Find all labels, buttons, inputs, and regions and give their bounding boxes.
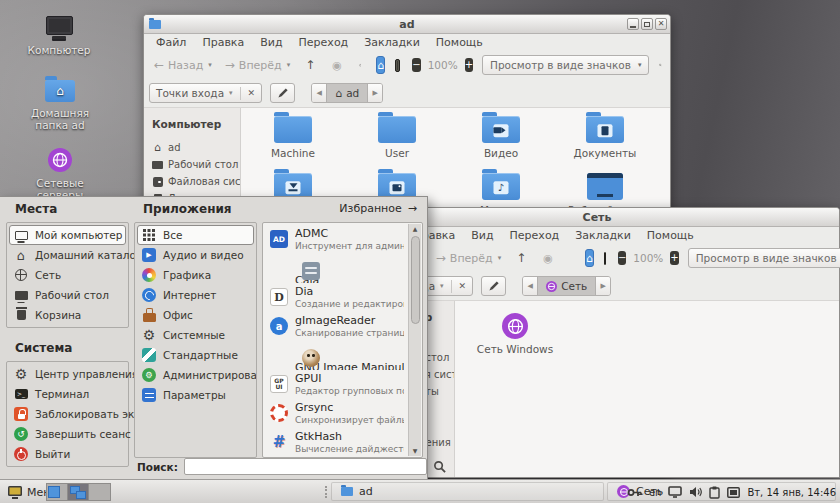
volume-icon[interactable] <box>689 486 702 498</box>
category-graphics[interactable]: Графика <box>137 265 254 285</box>
places-combo[interactable]: Точки входа▾✕ <box>149 83 262 103</box>
scroll-down-icon[interactable]: ▼ <box>409 446 421 456</box>
system-control-center[interactable]: ⚙Центр управления <box>9 364 126 384</box>
category-audio-video[interactable]: ▶Аудио и видео <box>137 245 254 265</box>
up-button[interactable]: ↑ <box>516 251 526 265</box>
screen-settings-icon[interactable] <box>727 487 740 498</box>
category-accessories[interactable]: Стандартные <box>137 345 254 365</box>
search-icon[interactable] <box>659 58 662 72</box>
category-administration[interactable]: ⚙Администрирование <box>137 365 254 385</box>
close-sidebar-icon[interactable]: ✕ <box>459 281 467 291</box>
file-item[interactable]: Machine <box>241 113 345 170</box>
place-home[interactable]: ⌂Домашний каталог <box>9 245 126 265</box>
close-button[interactable]: ✕ <box>655 18 667 30</box>
favorites-link[interactable]: Избранное→ <box>262 200 423 218</box>
menu-help[interactable]: Помощь <box>428 35 491 50</box>
view-mode-dropdown[interactable]: Просмотр в виде значков▾ <box>688 248 840 268</box>
clipboard-icon[interactable] <box>709 486 720 499</box>
menu-help[interactable]: Помощь <box>639 228 702 243</box>
category-internet[interactable]: Интернет <box>137 285 254 305</box>
menu-view[interactable]: Вид <box>252 35 290 50</box>
category-office[interactable]: Офис <box>137 305 254 325</box>
system-lock-screen[interactable]: Заблокировать экран <box>9 404 126 424</box>
stop-icon[interactable]: ◉ <box>543 252 553 265</box>
zoom-out-button[interactable]: − <box>618 251 626 265</box>
up-button[interactable]: ↑ <box>305 58 315 72</box>
scrollbar-thumb[interactable] <box>411 236 420 324</box>
app-item-admc[interactable]: ADADMCИнструмент для администрировани… <box>263 225 422 254</box>
menu-view[interactable]: Вид <box>463 228 501 243</box>
category-preferences[interactable]: Параметры <box>137 385 254 405</box>
app-item-gimp[interactable]: GNU Image Manipulation Progr…Создание из… <box>263 341 422 370</box>
app-item-grsync[interactable]: GrsyncСинхронизирует файлы и директори… <box>263 399 422 428</box>
computer-button[interactable] <box>395 59 400 72</box>
breadcrumb-current[interactable]: Сеть <box>537 277 596 295</box>
stop-icon[interactable]: ◉ <box>332 59 342 72</box>
minimize-button[interactable] <box>627 18 639 30</box>
desktop-icon-computer[interactable]: Компьютер <box>24 16 94 56</box>
display-icon[interactable] <box>668 486 682 498</box>
workspace-2[interactable] <box>68 484 89 500</box>
back-button[interactable]: ←Назад <box>154 58 203 72</box>
system-terminal[interactable]: Терминал <box>9 384 126 404</box>
view-mode-dropdown[interactable]: Просмотр в виде значков▾ <box>482 55 649 75</box>
zoom-in-button[interactable]: + <box>465 58 473 72</box>
app-item-caja[interactable]: CajaПросмотр файловой системы в файл… <box>263 254 422 283</box>
menu-bookmarks[interactable]: Закладки <box>567 228 639 243</box>
sidebar-item-filesystem[interactable]: Файловая систе… <box>152 173 240 190</box>
file-item[interactable]: Документы <box>553 113 657 170</box>
taskbar-item-ad[interactable]: ad <box>331 482 604 501</box>
forward-button[interactable]: →Вперёд <box>225 58 282 72</box>
forward-dropdown-icon[interactable]: ▾ <box>287 61 291 69</box>
app-item-gtkhash[interactable]: #GtkHashВычисление дайджестов или контро… <box>263 428 422 457</box>
forward-dropdown-icon[interactable]: ▾ <box>498 254 502 262</box>
home-button[interactable]: ⌂ <box>376 56 385 74</box>
place-my-computer[interactable]: Мой компьютер <box>9 225 126 245</box>
breadcrumb-prev-icon[interactable]: ◀ <box>312 84 326 102</box>
category-all[interactable]: Все <box>137 225 254 245</box>
menu-file[interactable]: Файл <box>148 35 194 50</box>
place-trash[interactable]: Корзина <box>9 305 126 325</box>
file-item[interactable]: User <box>345 113 449 170</box>
home-button[interactable]: ⌂ <box>585 249 594 267</box>
refresh-icon[interactable] <box>359 59 361 72</box>
place-network[interactable]: Сеть <box>9 265 126 285</box>
workspace-3[interactable] <box>89 484 110 500</box>
sidebar-item-desktop[interactable]: Рабочий стол <box>152 156 240 173</box>
maximize-button[interactable] <box>641 18 653 30</box>
computer-button[interactable] <box>604 252 606 265</box>
workspace-switcher[interactable] <box>46 483 111 501</box>
zoom-out-button[interactable]: − <box>412 58 420 72</box>
close-sidebar-icon[interactable]: ✕ <box>248 88 256 98</box>
clock[interactable]: Вт, 14 янв, 14:46 <box>747 487 836 498</box>
zoom-in-button[interactable]: + <box>670 251 678 265</box>
scrollbar[interactable]: ▲ ▼ <box>408 224 421 456</box>
app-item-gimagereader[interactable]: agImageReaderСканирование страниц и расп… <box>263 312 422 341</box>
menu-bookmarks[interactable]: Закладки <box>356 35 428 50</box>
breadcrumb-current[interactable]: ⌂ad <box>326 84 368 102</box>
system-quit[interactable]: Выйти <box>9 444 126 464</box>
scroll-up-icon[interactable]: ▲ <box>409 224 421 234</box>
app-item-gpui[interactable]: GPUIGPUIРедактор групповых политик позво… <box>263 370 422 399</box>
breadcrumb-prev-icon[interactable]: ◀ <box>523 277 537 295</box>
menu-edit[interactable]: Правка <box>194 35 252 50</box>
edit-location-button[interactable] <box>270 83 295 103</box>
category-system[interactable]: ⚙Системные <box>137 325 254 345</box>
sidebar-item-home[interactable]: ⌂ad <box>152 139 240 156</box>
system-logout-session[interactable]: ↺Завершить сеанс <box>9 424 126 444</box>
app-item-dia[interactable]: DDiaСоздание и редактирование диагра… <box>263 283 422 312</box>
menu-go[interactable]: Переход <box>502 228 568 243</box>
breadcrumb-next-icon[interactable]: ▶ <box>596 277 610 295</box>
file-item[interactable]: Сеть Windows <box>469 313 561 355</box>
titlebar[interactable]: ad ✕ <box>144 15 670 34</box>
keyboard-layout-indicator[interactable]: en <box>649 487 662 498</box>
key-icon[interactable] <box>627 488 642 497</box>
file-item[interactable]: Видео <box>449 113 553 170</box>
desktop-icon-home-folder[interactable]: ⌂ Домашняя папка ad <box>14 80 106 131</box>
breadcrumb-next-icon[interactable]: ▶ <box>368 84 382 102</box>
desktop-icon-network-servers[interactable]: Сетевые серверы <box>22 148 98 201</box>
back-dropdown-icon[interactable]: ▾ <box>208 61 212 69</box>
workspace-1[interactable] <box>47 484 68 500</box>
edit-location-button[interactable] <box>481 276 506 296</box>
window-list-handle[interactable] <box>325 486 328 498</box>
